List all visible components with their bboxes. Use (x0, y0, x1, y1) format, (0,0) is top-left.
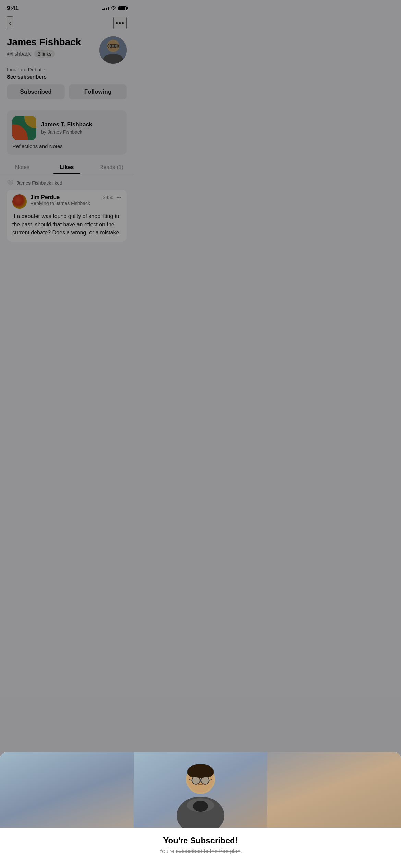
modal-overlay[interactable]: You're Subscribed! You're subscribed to … (0, 0, 134, 289)
